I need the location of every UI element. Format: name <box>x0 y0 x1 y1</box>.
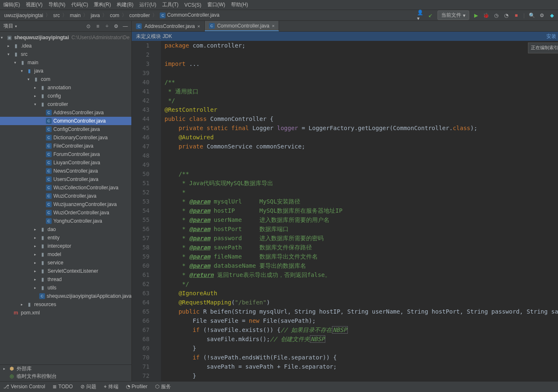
tree-folder-com[interactable]: ▾▮com <box>0 75 131 83</box>
breadcrumb-item[interactable]: src <box>53 13 60 18</box>
problems-icon: ⊘ <box>80 384 85 389</box>
status-services[interactable]: ⬡服务 <box>155 383 171 390</box>
folder-icon: ▮ <box>39 226 46 233</box>
editor-tab[interactable]: CCommonController.java× <box>205 21 279 31</box>
menu-vcs[interactable]: VCS(S) <box>184 2 201 8</box>
tree-folder-thread[interactable]: ▸▮thread <box>0 275 131 284</box>
status-problems[interactable]: ⊘问题 <box>80 383 96 390</box>
status-profiler[interactable]: ◔Profiler <box>126 384 148 389</box>
install-sdk-link[interactable]: 安装 SDK <box>546 33 558 40</box>
breadcrumb-item[interactable]: main <box>70 13 80 18</box>
tree-folder-utils[interactable]: ▸▮utils <box>0 284 131 292</box>
breadcrumb-item[interactable]: com <box>110 13 119 18</box>
tree-file[interactable]: CForumController.java <box>0 150 131 158</box>
tree-external-libs[interactable]: ▸⬢外部库 <box>2 365 131 372</box>
ide-icon[interactable]: ◆ <box>549 13 555 18</box>
tree-file[interactable]: CDictionaryController.java <box>0 133 131 142</box>
code-content[interactable]: package com.controller; import ... /** *… <box>161 41 558 381</box>
navigation-bar: uwuzijiaoyipingtai〉 src〉 main〉 java〉 com… <box>0 10 558 21</box>
tree-file[interactable]: CAddressController.java <box>0 108 131 117</box>
breadcrumb-item[interactable]: C CommonController.java <box>160 12 219 18</box>
breadcrumb-item[interactable]: uwuzijiaoyipingtai <box>4 13 43 18</box>
menu-help[interactable]: 帮助(H) <box>231 1 248 8</box>
menu-tools[interactable]: 工具(T) <box>162 1 178 8</box>
tree-file-application[interactable]: CshequwuzijiaoyipingtaiApplication.java <box>0 292 131 300</box>
tree-project-root[interactable]: ▾▣shequwuzijiaoyipingtaiC:\Users\Adminis… <box>0 33 131 42</box>
tree-scratches[interactable]: ◎临时文件和控制台 <box>2 372 131 380</box>
project-view-label[interactable]: 项目 <box>3 23 13 30</box>
run-config-selector[interactable]: 当前文件▾ <box>437 10 469 20</box>
jdk-notice-bar: 未定义模块 JDK 安装 SDK <box>132 32 558 41</box>
tree-file[interactable]: CWuziCollectionController.java <box>0 183 131 192</box>
select-opened-file-icon[interactable]: ⊙ <box>85 23 91 29</box>
code-editor[interactable]: 1233940414243444546474849505152535455565… <box>132 41 558 381</box>
collapse-all-icon[interactable]: ÷ <box>104 23 110 29</box>
close-icon[interactable]: × <box>272 23 274 28</box>
java-class-icon: C <box>46 218 52 224</box>
fold-gutter[interactable] <box>155 41 161 381</box>
java-class-icon: C <box>46 135 52 141</box>
status-terminal[interactable]: ⌖终端 <box>104 383 118 390</box>
build-icon[interactable]: ↙ <box>427 13 433 18</box>
menu-window[interactable]: 窗口(W) <box>207 1 225 8</box>
tree-folder-resources[interactable]: ▸▮resources <box>0 300 131 309</box>
profile-icon[interactable]: ◔ <box>503 13 509 18</box>
tree-file[interactable]: CUsersController.java <box>0 175 131 183</box>
tree-folder-model[interactable]: ▸▮model <box>0 250 131 259</box>
run-icon[interactable]: ▶ <box>473 13 479 18</box>
tree-folder-entity[interactable]: ▸▮entity <box>0 234 131 242</box>
tree-folder-main[interactable]: ▾▮main <box>0 58 131 67</box>
tree-folder-idea[interactable]: ▸▮.idea <box>0 42 131 50</box>
menu-code[interactable]: 代码(C) <box>71 1 88 8</box>
menu-navigate[interactable]: 导航(N) <box>48 1 65 8</box>
tree-folder-service[interactable]: ▸▮service <box>0 259 131 267</box>
breadcrumb-item[interactable]: java <box>90 13 100 18</box>
project-tree[interactable]: ▾▣shequwuzijiaoyipingtaiC:\Users\Adminis… <box>0 32 131 364</box>
tree-file[interactable]: CFileController.java <box>0 142 131 150</box>
status-vcs[interactable]: ⎇Version Control <box>3 384 45 389</box>
tree-file[interactable]: CWuziOrderController.java <box>0 209 131 217</box>
tree-file-pom[interactable]: mpom.xml <box>0 309 131 317</box>
hide-icon[interactable]: — <box>122 23 128 29</box>
tree-folder-dao[interactable]: ▸▮dao <box>0 225 131 234</box>
menu-edit[interactable]: 编辑(E) <box>3 1 20 8</box>
expand-all-icon[interactable]: ≡ <box>95 23 101 29</box>
breadcrumb-item[interactable]: controller <box>129 13 150 18</box>
tree-folder-config[interactable]: ▸▮config <box>0 92 131 100</box>
chevron-down-icon[interactable]: ▾ <box>15 24 17 28</box>
coverage-icon[interactable]: ◷ <box>493 13 499 18</box>
status-todo[interactable]: ≣TODO <box>53 384 73 389</box>
menu-view[interactable]: 视图(V) <box>26 1 43 8</box>
menu-run[interactable]: 运行(U) <box>139 1 156 8</box>
tree-folder-interceptor[interactable]: ▸▮interceptor <box>0 242 131 250</box>
tree-folder-scl[interactable]: ▸▮ServletContextListener <box>0 267 131 275</box>
editor-tab[interactable]: CAddressController.java× <box>132 21 204 31</box>
debug-icon[interactable]: 🐞 <box>483 13 489 18</box>
tree-folder-src[interactable]: ▾▮src <box>0 50 131 58</box>
profiler-icon: ◔ <box>126 384 130 389</box>
notice-text: 未定义模块 JDK <box>136 33 172 40</box>
tree-file[interactable]: CCommonController.java <box>0 117 131 125</box>
user-icon[interactable]: 👤▾ <box>417 13 423 18</box>
menu-build[interactable]: 构建(B) <box>117 1 133 8</box>
tree-folder-annotation[interactable]: ▸▮annotation <box>0 83 131 92</box>
java-class-icon: C <box>46 210 52 216</box>
status-bar: ⎇Version Control ≣TODO ⊘问题 ⌖终端 ◔Profiler… <box>0 381 558 392</box>
folder-icon: ▮ <box>19 59 26 66</box>
tree-folder-java[interactable]: ▾▮java <box>0 67 131 75</box>
tree-file[interactable]: CWuzijuanzengController.java <box>0 200 131 209</box>
settings-icon[interactable]: ⚙ <box>539 13 545 18</box>
library-icon: ⬢ <box>8 365 15 372</box>
settings-icon[interactable]: ⚙ <box>113 23 119 29</box>
tree-file[interactable]: CWuziController.java <box>0 192 131 200</box>
tree-file[interactable]: CYonghuController.java <box>0 217 131 225</box>
tree-file[interactable]: CConfigController.java <box>0 125 131 133</box>
branch-icon: ⎇ <box>3 384 9 389</box>
tree-file[interactable]: CNewsController.java <box>0 167 131 175</box>
search-icon[interactable]: 🔍 <box>529 13 535 18</box>
stop-icon[interactable]: ■ <box>513 13 519 18</box>
tree-folder-controller[interactable]: ▾▮controller <box>0 100 131 108</box>
close-icon[interactable]: × <box>197 24 200 29</box>
menu-refactor[interactable]: 重构(R) <box>94 1 111 8</box>
tree-file[interactable]: CLiuyanController.java <box>0 158 131 167</box>
